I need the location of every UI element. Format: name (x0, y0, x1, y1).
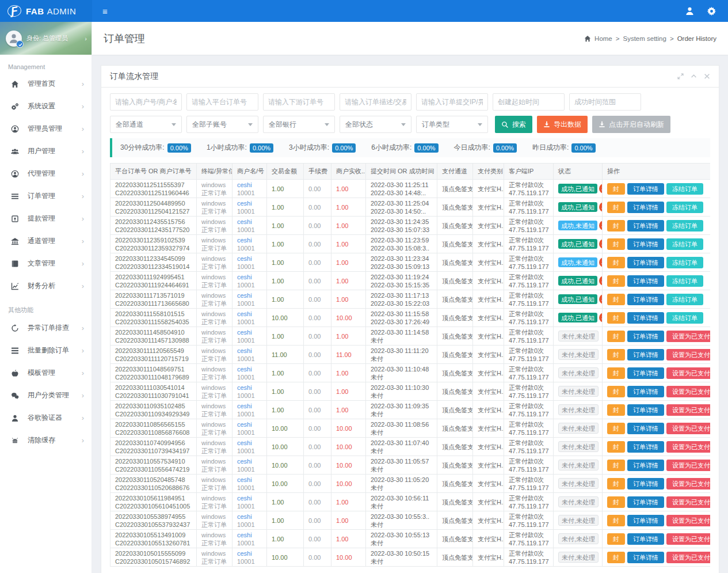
detail-button[interactable]: 订单详情 (627, 331, 664, 342)
merchant-name-link[interactable]: ceshi (237, 328, 262, 336)
freeze-button[interactable]: 冻结订单 (666, 312, 703, 324)
detail-button[interactable]: 订单详情 (627, 367, 664, 379)
patch-badge[interactable]: 补 (599, 257, 602, 267)
merchant-name-link[interactable]: ceshi (237, 384, 262, 392)
setpaid-button[interactable]: 设置为已支付 (666, 367, 710, 379)
collapse-panel-icon[interactable] (691, 73, 697, 79)
merchant-name-link[interactable]: ceshi (237, 236, 262, 244)
sidebar-item-android[interactable]: 清除缓存 › (0, 429, 92, 451)
freeze-button[interactable]: 冻结订单 (666, 257, 703, 268)
user-menu-icon[interactable] (680, 0, 699, 22)
sidebar-item-bank[interactable]: 通道管理 › (0, 230, 92, 252)
freeze-button[interactable]: 冻结订单 (666, 275, 703, 287)
seal-button[interactable]: 封 (607, 312, 625, 324)
merchant-name-link[interactable]: ceshi (237, 476, 262, 484)
sidebar-item-gears[interactable]: 系统设置 › (0, 95, 92, 117)
filter-select-2[interactable]: 全部银行 (263, 116, 335, 133)
patch-badge[interactable]: 补 (599, 184, 602, 193)
filter-input-2[interactable] (263, 93, 335, 111)
merchant-name-link[interactable]: ceshi (237, 291, 262, 299)
seal-button[interactable]: 封 (607, 349, 625, 361)
patch-badge[interactable]: 补 (599, 294, 602, 304)
detail-button[interactable]: 订单详情 (627, 312, 664, 324)
merchant-name-link[interactable]: ceshi (237, 457, 262, 465)
breadcrumb-system-setting[interactable]: System setting (623, 35, 666, 42)
setpaid-button[interactable]: 设置为已支付 (666, 533, 710, 545)
merchant-name-link[interactable]: ceshi (237, 347, 262, 355)
seal-button[interactable]: 封 (607, 220, 625, 232)
merchant-name-link[interactable]: ceshi (237, 255, 262, 263)
seal-button[interactable]: 封 (607, 202, 625, 213)
setpaid-button[interactable]: 设置为已支付 (666, 423, 710, 434)
filter-input-0[interactable] (110, 93, 182, 111)
merchant-name-link[interactable]: ceshi (237, 439, 262, 447)
detail-button[interactable]: 订单详情 (627, 533, 664, 545)
detail-button[interactable]: 订单详情 (627, 496, 664, 508)
merchant-name-link[interactable]: ceshi (237, 549, 262, 557)
settings-gear-icon[interactable] (702, 0, 721, 22)
filter-select-1[interactable]: 全部子账号 (186, 116, 258, 133)
patch-badge[interactable]: 补 (599, 239, 602, 249)
seal-button[interactable]: 封 (607, 294, 625, 305)
sidebar-item-agent[interactable]: 代理管理 › (0, 162, 92, 185)
sidebar-item-chart[interactable]: 财务分析 › (0, 275, 92, 297)
seal-button[interactable]: 封 (607, 183, 625, 195)
setpaid-button[interactable]: 设置为已支付 (666, 460, 710, 471)
merchant-name-link[interactable]: ceshi (237, 513, 262, 521)
filter-input-1[interactable] (186, 93, 258, 111)
setpaid-button[interactable]: 设置为已支付 (666, 478, 710, 489)
setpaid-button[interactable]: 设置为已支付 (666, 349, 710, 361)
seal-button[interactable]: 封 (607, 257, 625, 268)
merchant-name-link[interactable]: ceshi (237, 199, 262, 207)
detail-button[interactable]: 订单详情 (627, 478, 664, 489)
freeze-button[interactable]: 冻结订单 (666, 294, 703, 305)
seal-button[interactable]: 封 (607, 238, 625, 250)
detail-button[interactable]: 订单详情 (627, 202, 664, 213)
merchant-name-link[interactable]: ceshi (237, 273, 262, 281)
filter-input-4[interactable] (416, 93, 488, 111)
seal-button[interactable]: 封 (607, 496, 625, 508)
detail-button[interactable]: 订单详情 (627, 220, 664, 232)
filter-input-5[interactable] (493, 93, 565, 111)
seal-button[interactable]: 封 (607, 552, 625, 563)
close-panel-icon[interactable] (704, 73, 710, 79)
filter-select-4[interactable]: 订单类型 (416, 116, 488, 133)
seal-button[interactable]: 封 (607, 404, 625, 416)
user-profile[interactable]: 身份: 总管理员 › (0, 22, 92, 55)
sidebar-item-safe[interactable]: 提款管理 › (0, 207, 92, 230)
setpaid-button[interactable]: 设置为已支付 (666, 386, 710, 397)
patch-badge[interactable]: 补 (599, 313, 602, 322)
seal-button[interactable]: 封 (607, 331, 625, 342)
app-logo[interactable]: Ƒ FAB ADMIN (0, 0, 92, 22)
seal-button[interactable]: 封 (607, 441, 625, 453)
freeze-button[interactable]: 冻结订单 (666, 202, 703, 213)
expand-panel-icon[interactable] (677, 73, 684, 79)
detail-button[interactable]: 订单详情 (627, 294, 664, 305)
seal-button[interactable]: 封 (607, 478, 625, 489)
seal-button[interactable]: 封 (607, 460, 625, 471)
auto-refresh-button[interactable]: 点击开启自动刷新 (592, 116, 670, 133)
sidebar-item-apple[interactable]: 模板管理 › (0, 362, 92, 384)
detail-button[interactable]: 订单详情 (627, 423, 664, 434)
setpaid-button[interactable]: 设置为已支付 (666, 515, 710, 526)
setpaid-button[interactable]: 设置为已支付 (666, 441, 710, 453)
seal-button[interactable]: 封 (607, 386, 625, 397)
merchant-name-link[interactable]: ceshi (237, 402, 262, 410)
detail-button[interactable]: 订单详情 (627, 349, 664, 361)
freeze-button[interactable]: 冻结订单 (666, 183, 703, 195)
detail-button[interactable]: 订单详情 (627, 441, 664, 453)
seal-button[interactable]: 封 (607, 275, 625, 287)
patch-badge[interactable]: 补 (599, 202, 602, 212)
detail-button[interactable]: 订单详情 (627, 257, 664, 268)
sidebar-item-wechat[interactable]: 用户分类管理 › (0, 384, 92, 407)
detail-button[interactable]: 订单详情 (627, 275, 664, 287)
seal-button[interactable]: 封 (607, 367, 625, 379)
sidebar-item-users[interactable]: 用户管理 › (0, 140, 92, 162)
filter-input-3[interactable] (340, 93, 411, 111)
freeze-button[interactable]: 冻结订单 (666, 238, 703, 250)
patch-badge[interactable]: 补 (599, 276, 602, 286)
merchant-name-link[interactable]: ceshi (237, 420, 262, 428)
seal-button[interactable]: 封 (607, 423, 625, 434)
detail-button[interactable]: 订单详情 (627, 238, 664, 250)
sidebar-item-list[interactable]: 订单管理 › (0, 185, 92, 207)
